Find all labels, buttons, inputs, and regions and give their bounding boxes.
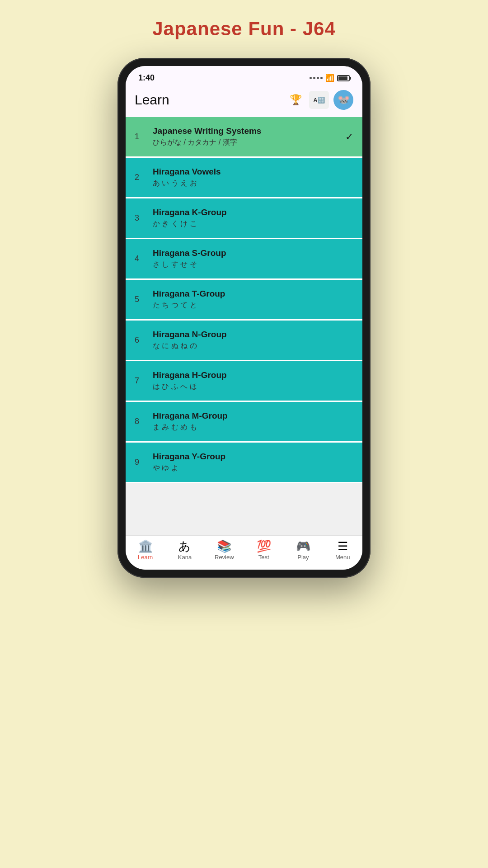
avatar-button[interactable]: 🐭 [333,90,353,110]
lesson-content: Hiragana N-Groupな に ぬ ね の [148,330,340,351]
test-tab-icon: 💯 [257,540,271,552]
phone-frame: 1:40 📶 Learn 🏆 [117,58,371,578]
tab-kana[interactable]: あKana [169,540,201,561]
learn-tab-label: Learn [138,554,153,561]
lesson-subtitle: か き く け こ [153,219,340,229]
status-bar: 1:40 📶 [126,66,362,86]
lesson-number: 7 [135,376,148,386]
tab-review[interactable]: 📚Review [208,540,240,561]
lesson-item[interactable]: 6Hiragana N-Groupな に ぬ ね の [126,321,362,361]
translate-icon: A🔡 [313,97,324,104]
lesson-number: 4 [135,254,148,264]
tab-bar: 🏛️LearnあKana📚Review💯Test🎮Play☰Menu [126,535,362,570]
lesson-number: 8 [135,417,148,426]
lesson-number: 1 [135,132,148,142]
lesson-content: Hiragana M-Groupま み む め も [148,411,340,432]
status-time: 1:40 [138,73,155,83]
lesson-item[interactable]: 9Hiragana Y-Groupや ゆ よ [126,443,362,483]
battery-icon [337,75,350,81]
lesson-subtitle: ま み む め も [153,423,340,432]
lesson-item[interactable]: 3Hiragana K-Groupか き く け こ [126,198,362,239]
lesson-title: Japanese Writing Systems [153,126,340,136]
avatar-icon: 🐭 [338,94,350,106]
phone-screen: 1:40 📶 Learn 🏆 [126,66,362,570]
lesson-content: Hiragana Vowelsあ い う え お [148,167,340,188]
kana-tab-label: Kana [178,554,192,561]
lesson-subtitle: や ゆ よ [153,463,340,473]
lesson-content: Japanese Writing Systemsひらがな / カタカナ / 漢字 [148,126,340,147]
tab-menu[interactable]: ☰Menu [327,540,358,561]
lesson-number: 9 [135,458,148,467]
play-tab-label: Play [297,554,309,561]
lesson-subtitle: な に ぬ ね の [153,341,340,351]
lesson-item[interactable]: 8Hiragana M-Groupま み む め も [126,402,362,443]
lesson-check: ✓ [340,131,353,143]
review-tab-label: Review [215,554,234,561]
lesson-item[interactable]: 4Hiragana S-Groupさ し す せ そ [126,239,362,280]
menu-tab-icon: ☰ [338,540,348,552]
status-icons: 📶 [310,74,350,82]
kana-tab-icon: あ [178,540,191,552]
lesson-number: 5 [135,295,148,304]
learn-tab-icon: 🏛️ [138,540,153,552]
play-tab-icon: 🎮 [296,540,310,552]
trophy-button[interactable]: 🏆 [286,91,305,109]
review-tab-icon: 📚 [217,540,231,552]
lesson-title: Hiragana K-Group [153,208,340,217]
translate-button[interactable]: A🔡 [309,91,329,109]
test-tab-label: Test [258,554,269,561]
tab-learn[interactable]: 🏛️Learn [130,540,161,561]
lesson-content: Hiragana H-Groupは ひ ふ へ ほ [148,370,340,392]
lesson-subtitle: は ひ ふ へ ほ [153,382,340,392]
header-icons: 🏆 A🔡 🐭 [286,90,353,110]
lesson-title: Hiragana M-Group [153,411,340,421]
trophy-icon: 🏆 [290,94,302,106]
page-title: Japanese Fun - J64 [152,18,336,40]
tab-play[interactable]: 🎮Play [287,540,319,561]
lesson-content: Hiragana T-Groupた ち つ て と [148,289,340,310]
lesson-content: Hiragana K-Groupか き く け こ [148,208,340,229]
app-header: Learn 🏆 A🔡 🐭 [126,86,362,117]
lesson-title: Hiragana Vowels [153,167,340,177]
lesson-content: Hiragana Y-Groupや ゆ よ [148,452,340,473]
lesson-subtitle: あ い う え お [153,179,340,188]
lesson-item[interactable]: 2Hiragana Vowelsあ い う え お [126,158,362,198]
lesson-subtitle: ひらがな / カタカナ / 漢字 [153,138,340,147]
lesson-title: Hiragana S-Group [153,248,340,258]
lesson-title: Hiragana H-Group [153,370,340,380]
menu-tab-label: Menu [335,554,350,561]
lesson-title: Hiragana N-Group [153,330,340,340]
lesson-item[interactable]: 5Hiragana T-Groupた ち つ て と [126,280,362,321]
lesson-item[interactable]: 1Japanese Writing Systemsひらがな / カタカナ / 漢… [126,117,362,158]
lesson-number: 6 [135,335,148,345]
lesson-content: Hiragana S-Groupさ し す せ そ [148,248,340,269]
lesson-number: 3 [135,213,148,223]
lesson-number: 2 [135,173,148,182]
lesson-list: 1Japanese Writing Systemsひらがな / カタカナ / 漢… [126,117,362,535]
lesson-title: Hiragana T-Group [153,289,340,299]
wifi-icon: 📶 [325,74,334,82]
lesson-subtitle: さ し す せ そ [153,260,340,269]
lesson-item[interactable]: 7Hiragana H-Groupは ひ ふ へ ほ [126,361,362,402]
header-title: Learn [135,92,169,108]
tab-test[interactable]: 💯Test [248,540,280,561]
lesson-subtitle: た ち つ て と [153,301,340,310]
lesson-title: Hiragana Y-Group [153,452,340,462]
signal-icon [310,77,323,79]
